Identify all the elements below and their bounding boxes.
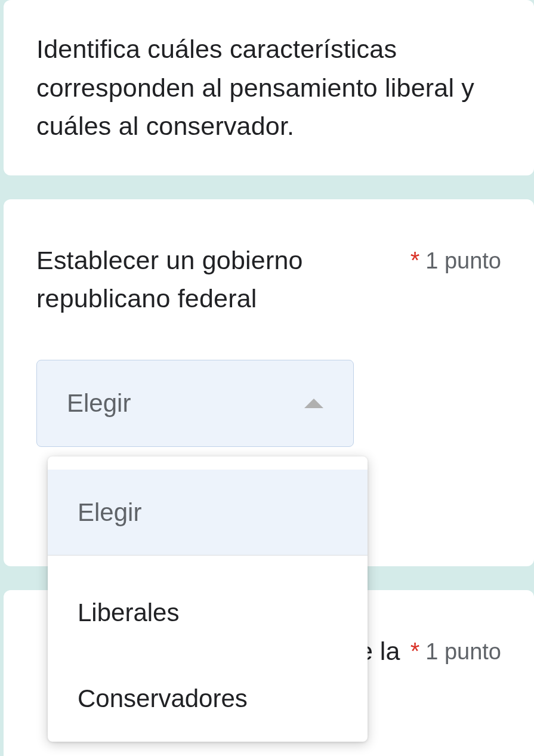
points-text: 1 punto — [425, 248, 501, 274]
question-text: Establecer un gobierno republicano feder… — [36, 241, 399, 318]
required-star-2: * — [410, 638, 420, 665]
question-row: Establecer un gobierno republicano feder… — [36, 241, 501, 318]
instruction-text: Identifica cuáles características corres… — [36, 30, 501, 146]
dropdown-menu: Elegir Liberales Conservadores — [48, 456, 368, 742]
caret-up-icon — [304, 399, 323, 408]
points-block: * 1 punto — [410, 241, 501, 274]
dropdown-selected-text: Elegir — [67, 389, 131, 418]
dropdown-option-liberales[interactable]: Liberales — [48, 570, 368, 656]
points-block-2: * 1 punto — [410, 632, 501, 665]
dropdown-option-conservadores[interactable]: Conservadores — [48, 656, 368, 742]
dropdown-trigger[interactable]: Elegir — [36, 360, 354, 447]
points-text-2: 1 punto — [425, 639, 501, 665]
instruction-card: Identifica cuáles características corres… — [4, 0, 534, 175]
dropdown-option-placeholder[interactable]: Elegir — [48, 470, 368, 556]
required-star: * — [410, 247, 420, 274]
